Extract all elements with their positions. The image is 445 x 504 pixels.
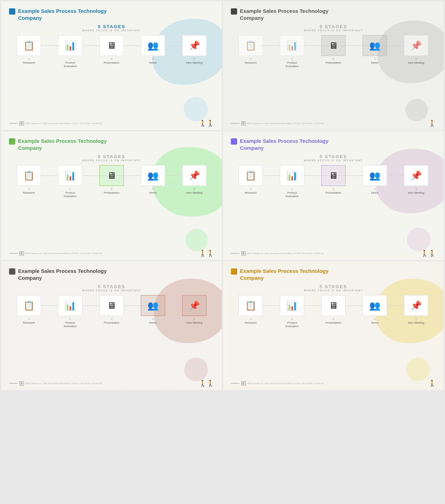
footer-line-6: [231, 383, 240, 384]
footer-left-5: B B2B Company, Inc. | New York Empire St…: [9, 381, 102, 385]
footer-left-4: B B2B Company, Inc. | New York Empire St…: [231, 251, 324, 255]
footer-people-3: 🚶🚶: [199, 250, 214, 257]
stage-icon-intro-3: 📌: [182, 165, 207, 186]
slide-footer-2: B B2B Company, Inc. | New York Empire St…: [231, 120, 436, 127]
footer-people-5: 🚶🚶: [199, 380, 214, 387]
title-icon-4: [231, 138, 237, 145]
stages-wrapper-6: 📋 1 Research 📊 2 ProductEvaluation 🖥 3 P…: [231, 295, 436, 328]
stage-presentation-6: 🖥 3 Presentation: [315, 295, 351, 325]
stage-icon-intro: 📌: [182, 35, 207, 56]
stage-icon-evaluation-5: 📊: [58, 295, 82, 316]
slide-content-3: 5 STAGES WHERE FOCUS IS ON IMPORTANT 📋 1…: [9, 154, 214, 198]
stages-wrapper-3: 📋 1 Research 📊 2 ProductEvaluation 🖥 3 P…: [9, 165, 214, 198]
stages-title-2: 5 STAGES: [231, 24, 436, 29]
stage-icon-presentation-3: 🖥: [99, 165, 124, 186]
title-icon-5: [9, 268, 15, 275]
stage-research-4: 📋 1 Research: [233, 165, 269, 195]
stage-icon-research-6: 📋: [238, 295, 263, 316]
slide-content-1: 5 STAGES WHERE FOCUS IS ON IMPORTANT 📋 1…: [9, 24, 214, 68]
slide-content-6: 5 STAGES WHERE FOCUS IS ON IMPORTANT 📋 1…: [231, 284, 436, 328]
footer-left-2: B B2B Company, Inc. | New York Empire St…: [231, 121, 324, 125]
footer-people-1: 🚶🚶: [199, 120, 214, 127]
stages-row-4: 📋 1 Research 📊 2 ProductEvaluation 🖥 3 P…: [233, 165, 434, 198]
stage-icon-evaluation-4: 📊: [280, 165, 304, 186]
slide-title-5: Example Sales Process TechnologyCompany: [9, 268, 214, 281]
stage-research-2: 📋 1 Research: [233, 35, 269, 65]
stage-research-6: 📋 1 Research: [233, 295, 269, 325]
stage-icon-evaluation-2: 📊: [280, 35, 304, 56]
stage-icon-research-2: 📋: [238, 35, 263, 56]
stage-intro-5: 📌 5 Intro Meeting: [176, 295, 212, 325]
slide-title-1: Example Sales Process TechnologyCompany: [9, 8, 214, 21]
slide-6: Example Sales Process TechnologyCompany …: [223, 261, 444, 390]
stage-evaluation-6: 📊 2 ProductEvaluation: [274, 295, 310, 328]
slide-2: Example Sales Process TechnologyCompany …: [223, 1, 444, 130]
stage-intro-2: 📌 5 Intro Meeting: [398, 35, 434, 65]
stage-evaluation-2: 📊 2 ProductEvaluation: [274, 35, 310, 68]
title-icon-3: [9, 138, 15, 145]
stage-icon-demo-6: 👥: [363, 295, 387, 316]
stage-icon-research: 📋: [17, 35, 41, 56]
stage-intro-4: 📌 5 Intro Meeting: [398, 165, 434, 195]
stage-intro-3: 📌 5 Intro Meeting: [176, 165, 212, 195]
stage-demo: 👥 4 Demo: [135, 35, 171, 65]
slide-footer-3: B B2B Company, Inc. | New York Empire St…: [9, 250, 214, 257]
stage-icon-demo-2: 👥: [363, 35, 387, 56]
footer-line-2: [231, 123, 240, 124]
footer-line-5: [9, 383, 18, 384]
stage-research: 📋 1 Research: [11, 35, 47, 65]
slide-content-2: 5 STAGES WHERE FOCUS IS ON IMPORTANT 📋 1…: [231, 24, 436, 68]
footer-left-1: B B2B Company, Inc. | New York Empire St…: [9, 121, 102, 125]
stages-title-4: 5 STAGES: [231, 154, 436, 159]
footer-left-3: B B2B Company, Inc. | New York Empire St…: [9, 251, 102, 255]
stages-title-5: 5 STAGES: [9, 284, 214, 289]
slide-1: Example Sales Process TechnologyCompany …: [1, 1, 222, 130]
slide-title-6: Example Sales Process TechnologyCompany: [231, 268, 436, 281]
stage-intro: 📌 5 Intro Meeting: [176, 35, 212, 65]
stage-icon-intro-6: 📌: [404, 295, 428, 316]
stages-subtitle-1: WHERE FOCUS IS ON IMPORTANT: [9, 29, 214, 32]
slide-footer-1: B B2B Company, Inc. | New York Empire St…: [9, 120, 214, 127]
stage-icon-presentation-5: 🖥: [99, 295, 124, 316]
stage-evaluation-5: 📊 2 ProductEvaluation: [52, 295, 88, 328]
stage-research-3: 📋 1 Research: [11, 165, 47, 195]
stage-intro-6: 📌 5 Intro Meeting: [398, 295, 434, 325]
footer-line-3: [9, 253, 18, 254]
stages-header-1: 5 STAGES WHERE FOCUS IS ON IMPORTANT: [9, 24, 214, 32]
stages-header-6: 5 STAGES WHERE FOCUS IS ON IMPORTANT: [231, 284, 436, 292]
footer-people-6: 🚶: [428, 380, 436, 387]
stages-title-3: 5 STAGES: [9, 154, 214, 159]
footer-line-4: [231, 253, 240, 254]
stage-icon-presentation: 🖥: [99, 35, 124, 56]
stage-icon-evaluation: 📊: [58, 35, 82, 56]
stages-wrapper-1: 📋 1 Research 📊 2 ProductEvaluation 🖥: [9, 35, 214, 68]
title-icon-6: [231, 268, 237, 275]
title-icon-1: [9, 8, 15, 15]
stages-subtitle-6: WHERE FOCUS IS ON IMPORTANT: [231, 289, 436, 292]
stage-demo-4: 👥 4 Demo: [357, 165, 393, 195]
slide-4: Example Sales Process TechnologyCompany …: [223, 131, 444, 260]
stage-icon-demo: 👥: [141, 35, 165, 56]
stage-icon-demo-4: 👥: [363, 165, 387, 186]
stages-header-2: 5 STAGES WHERE FOCUS IS ON IMPORTANT: [231, 24, 436, 32]
stages-subtitle-2: WHERE FOCUS IS ON IMPORTANT: [231, 29, 436, 32]
stage-presentation-3: 🖥 3 Presentation: [94, 165, 130, 195]
stage-icon-research-5: 📋: [17, 295, 41, 316]
stage-icon-demo-5: 👥: [141, 295, 165, 316]
stage-icon-presentation-6: 🖥: [321, 295, 346, 316]
slide-title-2: Example Sales Process TechnologyCompany: [231, 8, 436, 21]
stage-icon-demo-3: 👥: [141, 165, 165, 186]
stages-row-6: 📋 1 Research 📊 2 ProductEvaluation 🖥 3 P…: [233, 295, 434, 328]
stages-row-1: 📋 1 Research 📊 2 ProductEvaluation 🖥: [11, 35, 212, 68]
stage-research-5: 📋 1 Research: [11, 295, 47, 325]
stages-title-1: 5 STAGES: [9, 24, 214, 29]
stage-icon-presentation-2: 🖥: [321, 35, 346, 56]
footer-people-4: 🚶🚶: [421, 250, 436, 257]
stage-evaluation-3: 📊 2 ProductEvaluation: [52, 165, 88, 198]
stage-demo-5: 👥 4 Demo: [135, 295, 171, 325]
stages-subtitle-5: WHERE FOCUS IS ON IMPORTANT: [9, 289, 214, 292]
stage-icon-intro-4: 📌: [404, 165, 428, 186]
title-icon-2: [231, 8, 237, 15]
slide-5: Example Sales Process TechnologyCompany …: [1, 261, 222, 390]
stages-header-5: 5 STAGES WHERE FOCUS IS ON IMPORTANT: [9, 284, 214, 292]
